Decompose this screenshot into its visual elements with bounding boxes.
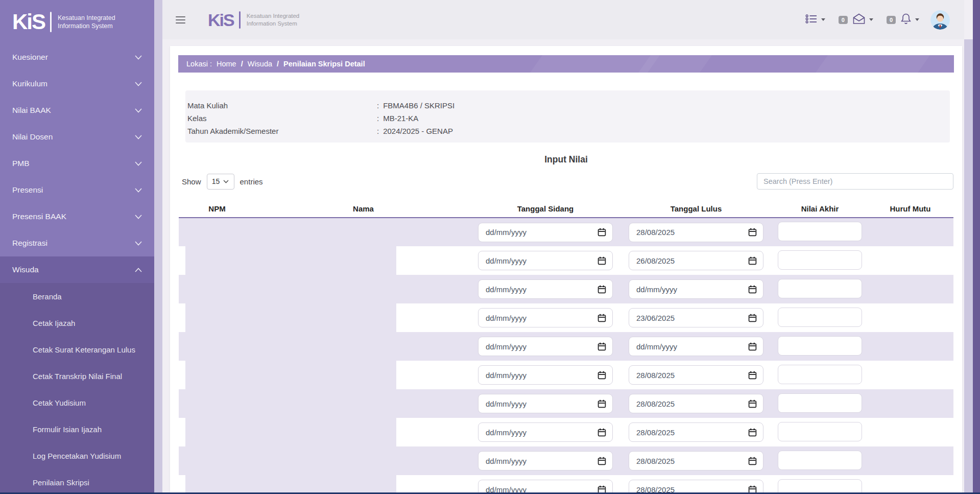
- tanggal-lulus-input[interactable]: 28/08/2025: [629, 422, 763, 442]
- calendar-icon: [597, 314, 606, 322]
- sidebar-item-nilai-baak[interactable]: Nilai BAAK: [0, 97, 154, 124]
- sidebar-subitem-cetak-transkrip-nilai-final[interactable]: Cetak Transkrip Nilai Final: [0, 363, 154, 389]
- main-content: Lokasi : Home / Wisuda / Penilaian Skrip…: [170, 46, 962, 494]
- tanggal-lulus-input[interactable]: 28/08/2025: [629, 223, 763, 242]
- date-value: dd/mm/yyyy: [636, 342, 677, 351]
- calendar-icon: [748, 342, 757, 351]
- chevron-down-icon: [869, 18, 873, 21]
- tanggal-sidang-input[interactable]: dd/mm/yyyy: [478, 337, 613, 356]
- sidebar-item-label: Kurikulum: [12, 79, 47, 88]
- tanggal-sidang-input[interactable]: dd/mm/yyyy: [478, 223, 613, 242]
- avatar[interactable]: [930, 10, 950, 30]
- date-value: 28/08/2025: [636, 399, 675, 408]
- tanggal-sidang-input[interactable]: dd/mm/yyyy: [478, 308, 613, 327]
- calendar-icon: [748, 285, 757, 294]
- info-value: MB-21-KA: [383, 114, 418, 123]
- chevron-down-icon: [135, 241, 142, 246]
- sidebar-subitem-penilaian-skripsi[interactable]: Penilaian Skripsi: [0, 469, 154, 494]
- breadcrumb-link-home[interactable]: Home: [217, 60, 236, 68]
- nilai-akhir-input[interactable]: [778, 451, 862, 470]
- page-scrollbar-thumb[interactable]: [973, 0, 980, 494]
- menu-toggle-icon[interactable]: [174, 13, 187, 27]
- huruf-mutu-cell: [867, 218, 953, 246]
- chevron-down-icon: [135, 135, 142, 139]
- date-value: 28/08/2025: [636, 371, 675, 380]
- notification-count-badge: 0: [887, 16, 896, 24]
- tanggal-lulus-input[interactable]: 28/08/2025: [629, 365, 763, 385]
- section-title: Input Nilai: [170, 154, 962, 165]
- sidebar-item-label: Presensi: [12, 185, 43, 195]
- sidebar-subitem-log-pencetakan-yudisium[interactable]: Log Pencetakan Yudisium: [0, 442, 154, 469]
- tanggal-sidang-input[interactable]: dd/mm/yyyy: [478, 451, 613, 471]
- tanggal-sidang-input[interactable]: dd/mm/yyyy: [478, 480, 613, 494]
- tanggal-lulus-input[interactable]: dd/mm/yyyy: [629, 337, 763, 356]
- search-input[interactable]: [757, 173, 953, 190]
- nilai-akhir-input[interactable]: [778, 250, 862, 270]
- nilai-akhir-input[interactable]: [778, 308, 862, 327]
- huruf-mutu-cell: [867, 418, 953, 446]
- sidebar-item-label: Kuesioner: [12, 53, 48, 62]
- tanggal-lulus-input[interactable]: 26/08/2025: [629, 251, 763, 270]
- tanggal-sidang-input[interactable]: dd/mm/yyyy: [478, 251, 613, 270]
- chevron-down-icon: [223, 180, 229, 183]
- sidebar-subitem-cetak-yudisium[interactable]: Cetak Yudisium: [0, 389, 154, 416]
- sidebar-subitem-formulir-isian-ijazah[interactable]: Formulir Isian Ijazah: [0, 416, 154, 442]
- huruf-mutu-cell: [867, 389, 953, 418]
- sidebar-item-label: Registrasi: [12, 239, 47, 248]
- chevron-down-icon: [821, 18, 825, 21]
- tanggal-sidang-input[interactable]: dd/mm/yyyy: [478, 394, 613, 413]
- page-scrollbar-track[interactable]: [964, 39, 973, 494]
- notifications-menu[interactable]: 0: [887, 13, 919, 27]
- breadcrumb-current: Penilaian Skripsi Detail: [283, 60, 365, 68]
- info-label: Tahun Akademik/Semester: [187, 127, 377, 135]
- nilai-akhir-input[interactable]: [778, 365, 862, 384]
- nilai-akhir-input[interactable]: [778, 279, 862, 298]
- sidebar-subitem-beranda[interactable]: Beranda: [0, 283, 154, 310]
- calendar-icon: [597, 342, 606, 351]
- column-header-huruf-mutu: Huruf Mutu: [867, 200, 953, 218]
- sidebar-submenu-wisuda: BerandaCetak IjazahCetak Surat Keteranga…: [0, 283, 154, 494]
- sidebar-item-wisuda[interactable]: Wisuda: [0, 256, 154, 283]
- sidebar-item-pmb[interactable]: PMB: [0, 150, 154, 177]
- tanggal-lulus-input[interactable]: dd/mm/yyyy: [629, 279, 763, 299]
- tanggal-sidang-input[interactable]: dd/mm/yyyy: [478, 279, 613, 299]
- nilai-akhir-input[interactable]: [778, 336, 862, 356]
- tanggal-lulus-input[interactable]: 28/08/2025: [629, 480, 763, 494]
- tanggal-lulus-input[interactable]: 23/06/2025: [629, 308, 763, 327]
- sidebar-item-kurikulum[interactable]: Kurikulum: [0, 70, 154, 97]
- sidebar-subitem-cetak-surat-keterangan-lulus[interactable]: Cetak Surat Keterangan Lulus: [0, 336, 154, 363]
- messages-menu[interactable]: 0: [839, 13, 873, 27]
- chevron-down-icon: [135, 108, 142, 113]
- info-row: Tahun Akademik/Semester:2024/2025 - GENA…: [187, 125, 950, 137]
- column-header-nilai-akhir: Nilai Akhir: [773, 200, 867, 218]
- sidebar-item-presensi-baak[interactable]: Presensi BAAK: [0, 203, 154, 230]
- sidebar-item-label: Presensi BAAK: [12, 212, 66, 221]
- tanggal-sidang-input[interactable]: dd/mm/yyyy: [478, 365, 613, 385]
- page-size-select[interactable]: 15: [207, 174, 234, 190]
- nilai-akhir-input[interactable]: [778, 393, 862, 413]
- date-value: dd/mm/yyyy: [636, 285, 677, 294]
- date-value: 28/08/2025: [636, 428, 675, 437]
- huruf-mutu-cell: [867, 246, 953, 275]
- nilai-akhir-input[interactable]: [778, 422, 862, 441]
- sidebar-item-nilai-dosen[interactable]: Nilai Dosen: [0, 124, 154, 150]
- sidebar-subitem-cetak-ijazah[interactable]: Cetak Ijazah: [0, 310, 154, 336]
- list-icon: [805, 14, 818, 26]
- message-count-badge: 0: [839, 16, 848, 24]
- sidebar-item-registrasi[interactable]: Registrasi: [0, 230, 154, 256]
- sidebar-scrollbar[interactable]: [154, 0, 162, 494]
- nilai-akhir-input[interactable]: [778, 479, 862, 494]
- sidebar-item-kuesioner[interactable]: Kuesioner: [0, 44, 154, 70]
- redacted-student-data: [185, 246, 396, 494]
- logo-divider: [50, 12, 52, 32]
- tasks-menu[interactable]: [805, 14, 825, 26]
- tanggal-lulus-input[interactable]: 28/08/2025: [629, 451, 763, 471]
- nilai-akhir-input[interactable]: [778, 222, 862, 241]
- breadcrumb-link-wisuda[interactable]: Wisuda: [248, 60, 272, 68]
- tanggal-lulus-input[interactable]: 28/08/2025: [629, 394, 763, 413]
- date-value: dd/mm/yyyy: [486, 228, 527, 237]
- date-value: dd/mm/yyyy: [486, 314, 527, 322]
- sidebar-item-presensi[interactable]: Presensi: [0, 177, 154, 203]
- sidebar-nav: KuesionerKurikulumNilai BAAKNilai DosenP…: [0, 44, 154, 494]
- tanggal-sidang-input[interactable]: dd/mm/yyyy: [478, 422, 613, 442]
